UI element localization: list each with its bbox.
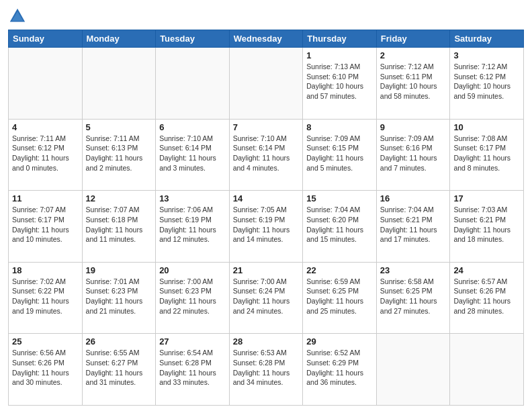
day-number: 21 (233, 265, 300, 275)
calendar-cell (82, 48, 156, 120)
day-info: Sunrise: 7:10 AM Sunset: 6:14 PM Dayligh… (233, 134, 300, 173)
calendar-cell (376, 334, 450, 406)
day-info: Sunrise: 7:01 AM Sunset: 6:23 PM Dayligh… (86, 277, 152, 316)
day-info: Sunrise: 6:57 AM Sunset: 6:26 PM Dayligh… (453, 277, 520, 316)
calendar-cell: 15Sunrise: 7:04 AM Sunset: 6:20 PM Dayli… (303, 191, 377, 263)
calendar-cell: 11Sunrise: 7:07 AM Sunset: 6:17 PM Dayli… (9, 191, 83, 263)
day-info: Sunrise: 7:09 AM Sunset: 6:16 PM Dayligh… (380, 134, 447, 173)
calendar-cell: 7Sunrise: 7:10 AM Sunset: 6:14 PM Daylig… (229, 119, 303, 191)
day-of-week-header: Wednesday (229, 30, 303, 48)
day-info: Sunrise: 7:10 AM Sunset: 6:14 PM Dayligh… (159, 134, 226, 173)
calendar-table: SundayMondayTuesdayWednesdayThursdayFrid… (8, 30, 524, 406)
day-info: Sunrise: 7:07 AM Sunset: 6:18 PM Dayligh… (86, 205, 152, 244)
calendar-cell: 26Sunrise: 6:55 AM Sunset: 6:27 PM Dayli… (82, 334, 156, 406)
day-info: Sunrise: 6:59 AM Sunset: 6:25 PM Dayligh… (306, 277, 373, 316)
calendar-cell: 29Sunrise: 6:52 AM Sunset: 6:29 PM Dayli… (303, 334, 377, 406)
day-number: 20 (159, 265, 226, 275)
calendar-cell: 4Sunrise: 7:11 AM Sunset: 6:12 PM Daylig… (9, 119, 83, 191)
day-info: Sunrise: 7:13 AM Sunset: 6:10 PM Dayligh… (306, 62, 373, 101)
calendar-week-row: 18Sunrise: 7:02 AM Sunset: 6:22 PM Dayli… (9, 262, 524, 334)
day-number: 22 (306, 265, 373, 275)
day-number: 11 (12, 193, 79, 203)
day-info: Sunrise: 6:53 AM Sunset: 6:28 PM Dayligh… (233, 348, 300, 387)
day-info: Sunrise: 7:12 AM Sunset: 6:11 PM Dayligh… (380, 62, 447, 101)
day-number: 13 (159, 193, 226, 203)
calendar-cell: 23Sunrise: 6:58 AM Sunset: 6:25 PM Dayli… (376, 262, 450, 334)
calendar-cell: 21Sunrise: 7:00 AM Sunset: 6:24 PM Dayli… (229, 262, 303, 334)
day-number: 2 (380, 50, 447, 60)
calendar-cell: 6Sunrise: 7:10 AM Sunset: 6:14 PM Daylig… (156, 119, 230, 191)
calendar-cell: 2Sunrise: 7:12 AM Sunset: 6:11 PM Daylig… (376, 48, 450, 120)
calendar-cell: 28Sunrise: 6:53 AM Sunset: 6:28 PM Dayli… (229, 334, 303, 406)
calendar-cell: 18Sunrise: 7:02 AM Sunset: 6:22 PM Dayli… (9, 262, 83, 334)
page: SundayMondayTuesdayWednesdayThursdayFrid… (0, 0, 532, 411)
header (8, 7, 524, 26)
calendar-cell: 13Sunrise: 7:06 AM Sunset: 6:19 PM Dayli… (156, 191, 230, 263)
day-number: 25 (12, 336, 79, 347)
day-info: Sunrise: 7:08 AM Sunset: 6:17 PM Dayligh… (453, 134, 520, 173)
day-number: 14 (233, 193, 300, 203)
day-info: Sunrise: 7:11 AM Sunset: 6:12 PM Dayligh… (12, 134, 79, 173)
day-number: 8 (306, 122, 373, 132)
day-number: 15 (306, 193, 373, 203)
calendar-cell: 22Sunrise: 6:59 AM Sunset: 6:25 PM Dayli… (303, 262, 377, 334)
day-info: Sunrise: 6:54 AM Sunset: 6:28 PM Dayligh… (159, 348, 226, 387)
calendar-cell: 14Sunrise: 7:05 AM Sunset: 6:19 PM Dayli… (229, 191, 303, 263)
day-number: 9 (380, 122, 447, 132)
day-number: 19 (86, 265, 152, 275)
day-of-week-header: Sunday (9, 30, 83, 48)
day-number: 3 (453, 50, 520, 60)
day-number: 17 (453, 193, 520, 203)
calendar-cell: 5Sunrise: 7:11 AM Sunset: 6:13 PM Daylig… (82, 119, 156, 191)
calendar-cell (9, 48, 83, 120)
day-number: 10 (453, 122, 520, 132)
calendar-cell: 24Sunrise: 6:57 AM Sunset: 6:26 PM Dayli… (450, 262, 524, 334)
day-number: 4 (12, 122, 79, 132)
day-number: 12 (86, 193, 152, 203)
day-of-week-header: Saturday (450, 30, 524, 48)
day-number: 1 (306, 50, 373, 60)
calendar-cell: 27Sunrise: 6:54 AM Sunset: 6:28 PM Dayli… (156, 334, 230, 406)
calendar-week-row: 11Sunrise: 7:07 AM Sunset: 6:17 PM Dayli… (9, 191, 524, 263)
day-number: 16 (380, 193, 447, 203)
calendar-cell: 10Sunrise: 7:08 AM Sunset: 6:17 PM Dayli… (450, 119, 524, 191)
day-number: 7 (233, 122, 300, 132)
day-of-week-header: Tuesday (156, 30, 230, 48)
day-info: Sunrise: 7:07 AM Sunset: 6:17 PM Dayligh… (12, 205, 79, 244)
day-info: Sunrise: 7:04 AM Sunset: 6:20 PM Dayligh… (306, 205, 373, 244)
day-number: 28 (233, 336, 300, 347)
day-number: 29 (306, 336, 373, 347)
calendar-cell: 1Sunrise: 7:13 AM Sunset: 6:10 PM Daylig… (303, 48, 377, 120)
day-of-week-header: Monday (82, 30, 156, 48)
day-number: 6 (159, 122, 226, 132)
calendar-cell: 19Sunrise: 7:01 AM Sunset: 6:23 PM Dayli… (82, 262, 156, 334)
calendar-week-row: 4Sunrise: 7:11 AM Sunset: 6:12 PM Daylig… (9, 119, 524, 191)
day-number: 24 (453, 265, 520, 275)
day-number: 23 (380, 265, 447, 275)
day-number: 5 (86, 122, 152, 132)
day-info: Sunrise: 7:09 AM Sunset: 6:15 PM Dayligh… (306, 134, 373, 173)
calendar-cell: 20Sunrise: 7:00 AM Sunset: 6:23 PM Dayli… (156, 262, 230, 334)
calendar-cell (450, 334, 524, 406)
day-of-week-header: Thursday (303, 30, 377, 48)
day-info: Sunrise: 7:04 AM Sunset: 6:21 PM Dayligh… (380, 205, 447, 244)
calendar-week-row: 1Sunrise: 7:13 AM Sunset: 6:10 PM Daylig… (9, 48, 524, 120)
day-info: Sunrise: 7:00 AM Sunset: 6:23 PM Dayligh… (159, 277, 226, 316)
calendar-cell: 17Sunrise: 7:03 AM Sunset: 6:21 PM Dayli… (450, 191, 524, 263)
calendar-week-row: 25Sunrise: 6:56 AM Sunset: 6:26 PM Dayli… (9, 334, 524, 406)
calendar-cell: 3Sunrise: 7:12 AM Sunset: 6:12 PM Daylig… (450, 48, 524, 120)
calendar-cell: 16Sunrise: 7:04 AM Sunset: 6:21 PM Dayli… (376, 191, 450, 263)
logo-icon (8, 7, 27, 26)
calendar-cell: 8Sunrise: 7:09 AM Sunset: 6:15 PM Daylig… (303, 119, 377, 191)
calendar-cell: 9Sunrise: 7:09 AM Sunset: 6:16 PM Daylig… (376, 119, 450, 191)
day-info: Sunrise: 7:03 AM Sunset: 6:21 PM Dayligh… (453, 205, 520, 244)
day-info: Sunrise: 6:58 AM Sunset: 6:25 PM Dayligh… (380, 277, 447, 316)
logo (8, 7, 30, 26)
day-number: 18 (12, 265, 79, 275)
day-of-week-header: Friday (376, 30, 450, 48)
day-info: Sunrise: 7:06 AM Sunset: 6:19 PM Dayligh… (159, 205, 226, 244)
calendar-cell (229, 48, 303, 120)
day-number: 27 (159, 336, 226, 347)
calendar-cell: 25Sunrise: 6:56 AM Sunset: 6:26 PM Dayli… (9, 334, 83, 406)
day-info: Sunrise: 6:56 AM Sunset: 6:26 PM Dayligh… (12, 348, 79, 387)
